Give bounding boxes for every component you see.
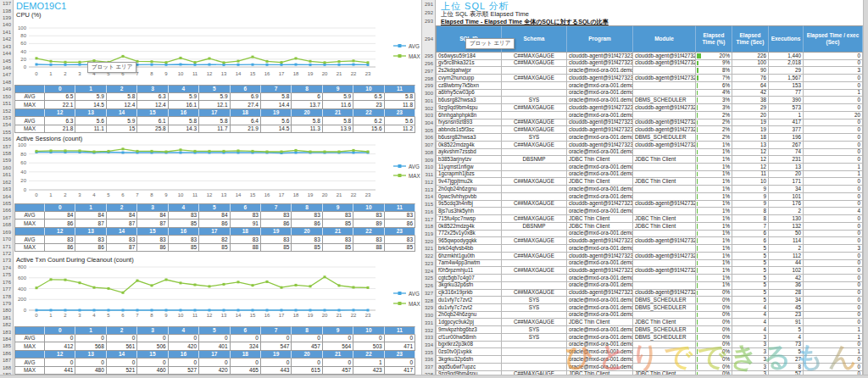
value-cell[interactable]: 6.2 — [353, 117, 384, 125]
cell-executions[interactable]: 130 — [769, 215, 804, 223]
cell-elapsed-per-exec[interactable]: 1 — [804, 90, 863, 97]
cell-module[interactable]: clouddb-agent@91f4273232 — [633, 201, 696, 208]
cell-elapsed-sec[interactable]: 11 — [732, 171, 769, 179]
row-number[interactable]: 304 — [422, 120, 435, 127]
cell-program[interactable]: clouddb-agent@91f4273232 — [567, 120, 633, 127]
cell-schema[interactable]: SYS — [502, 304, 567, 312]
hour-cell[interactable]: 11 — [385, 85, 415, 93]
value-cell[interactable]: 423 — [353, 367, 384, 375]
cell-schema[interactable] — [502, 112, 567, 120]
cell-program[interactable]: clouddb-agent@91f4273232 — [567, 237, 633, 245]
value-cell[interactable]: 85 — [292, 244, 322, 253]
cell-elapsed-pct[interactable]: 1% — [696, 215, 732, 223]
cell-elapsed-pct[interactable]: 1% — [696, 275, 732, 282]
cell-elapsed-per-exec[interactable]: 0 — [804, 60, 863, 68]
cell-program[interactable]: oracle@mxd-ora-001.demo.l — [567, 186, 633, 193]
cell-program[interactable]: oracle@mxd-ora-001.demo.l — [567, 245, 633, 253]
row-number[interactable]: 314 — [422, 193, 435, 201]
hour-cell[interactable]: 14 — [107, 109, 137, 118]
hour-cell[interactable]: 2 — [107, 203, 137, 212]
cell-elapsed-per-exec[interactable]: 1 — [804, 348, 863, 356]
cell-elapsed-pct[interactable]: 2% — [696, 134, 732, 142]
hour-cell[interactable]: 7 — [261, 203, 292, 212]
cell-schema[interactable]: C##MAXGAUGE — [502, 53, 567, 60]
cell-elapsed-per-exec[interactable]: 0 — [804, 237, 863, 245]
row-number[interactable]: 150 — [0, 92, 13, 99]
cell-elapsed-pct[interactable]: 1% — [696, 178, 732, 186]
value-cell[interactable]: 401 — [199, 342, 230, 351]
row-number[interactable]: 297 — [422, 67, 435, 75]
value-cell[interactable]: 564 — [323, 342, 353, 351]
cell-elapsed-per-exec[interactable]: 0 — [804, 253, 863, 260]
value-cell[interactable]: 85 — [385, 244, 415, 253]
cell-elapsed-per-exec[interactable]: 0 — [804, 104, 863, 112]
row-number[interactable]: 169 — [0, 229, 13, 236]
cell-elapsed-per-exec[interactable]: 0 — [804, 282, 863, 290]
value-cell[interactable]: 0 — [323, 359, 353, 367]
value-cell[interactable]: 27.4 — [231, 101, 261, 109]
row-number[interactable]: 318 — [422, 223, 435, 231]
hour-cell[interactable]: 22 — [353, 228, 384, 236]
sql-table-row[interactable]: 6hnhgahphpk8noracle@mxd-ora-001.demo.l2%… — [436, 112, 863, 120]
cell-module[interactable]: JDBC Thin Client — [633, 178, 696, 186]
row-number[interactable]: 153 — [0, 114, 13, 121]
cell-schema[interactable]: C##MAXGAUGE — [502, 253, 567, 260]
cell-elapsed-sec[interactable]: 8 — [732, 208, 769, 215]
cell-elapsed-per-exec[interactable]: 0 — [804, 260, 863, 268]
cell-program[interactable]: oracle@mxd-ora-001.demo.l — [567, 326, 633, 334]
txn-cleanout-line-chart[interactable]: 0200400600800012345678910111213141516171… — [14, 263, 420, 325]
hour-cell[interactable]: 23 — [385, 228, 415, 236]
hour-cell[interactable]: 11 — [385, 326, 415, 335]
row-number[interactable]: 336 — [422, 356, 435, 364]
cell-elapsed-per-exec[interactable]: 3 — [804, 67, 863, 75]
cell-elapsed-pct[interactable]: 2% — [696, 126, 732, 134]
hour-cell[interactable]: 13 — [75, 351, 106, 359]
cell-sql-id[interactable]: b6usrg82hwsa3 — [436, 97, 502, 104]
cell-module[interactable] — [633, 112, 696, 120]
cell-executions[interactable]: 102 — [769, 267, 804, 275]
row-number[interactable]: 177 — [0, 286, 13, 292]
value-cell[interactable]: 503 — [353, 342, 384, 351]
row-number[interactable]: 323 — [422, 260, 435, 268]
value-cell[interactable]: 84 — [75, 212, 106, 220]
cell-executions[interactable]: 34 — [769, 186, 804, 193]
cell-program[interactable]: oracle@mxd-ora-001.demo.l — [567, 282, 633, 290]
value-cell[interactable]: 13.9 — [323, 125, 353, 134]
row-number[interactable]: 158 — [0, 150, 13, 157]
hour-cell[interactable]: 8 — [292, 85, 322, 93]
cell-schema[interactable]: SYS — [502, 134, 567, 142]
cell-elapsed-pct[interactable]: 7% — [696, 75, 732, 82]
cell-module[interactable] — [633, 245, 696, 253]
cell-elapsed-per-exec[interactable]: 0 — [804, 297, 863, 304]
cell-schema[interactable]: C##MAXGAUGE — [502, 120, 567, 127]
value-cell[interactable]: 441 — [45, 367, 75, 375]
value-cell[interactable]: 5.9 — [107, 117, 137, 125]
value-cell[interactable]: 6.5 — [45, 93, 75, 102]
row-number[interactable]: 307 — [422, 142, 435, 149]
value-cell[interactable]: 83 — [231, 236, 261, 244]
stat-label[interactable]: AVG — [14, 212, 45, 220]
cell-elapsed-per-exec[interactable]: 0 — [804, 186, 863, 193]
hour-cell[interactable]: 15 — [137, 351, 168, 359]
cell-module[interactable] — [633, 312, 696, 320]
value-cell[interactable]: 83 — [137, 236, 168, 244]
cell-sql-id[interactable]: 1gcrapmh1jbzs — [436, 171, 502, 179]
sql-table-row[interactable]: brk04qfvsb4bboracle@mxd-ora-001.demo.l1%… — [436, 245, 863, 253]
cell-module[interactable]: DBMS_SCHEDULER — [633, 134, 696, 142]
cell-elapsed-per-exec[interactable]: 0 — [804, 120, 863, 127]
row-number[interactable]: 143 — [0, 43, 13, 50]
hour-cell[interactable]: 17 — [199, 228, 230, 236]
hour-cell[interactable]: 2 — [107, 85, 137, 93]
cell-executions[interactable]: 27 — [769, 356, 804, 364]
cell-schema[interactable] — [502, 193, 567, 201]
active-sessions-line-chart[interactable]: 0204060801000123456789101112131415161718… — [14, 142, 420, 202]
cell-module[interactable] — [633, 82, 696, 90]
cell-executions[interactable]: 28 — [769, 290, 804, 297]
row-number[interactable]: 173 — [0, 257, 13, 264]
hour-cell[interactable]: 18 — [231, 351, 261, 359]
sql-table-row[interactable]: aykvshm7zssbdoracle@mxd-ora-001.demo.l1%… — [436, 149, 863, 157]
row-number[interactable]: 317 — [422, 215, 435, 223]
hour-cell[interactable]: 3 — [137, 85, 168, 93]
cell-schema[interactable] — [502, 231, 567, 238]
cell-schema[interactable] — [502, 260, 567, 268]
